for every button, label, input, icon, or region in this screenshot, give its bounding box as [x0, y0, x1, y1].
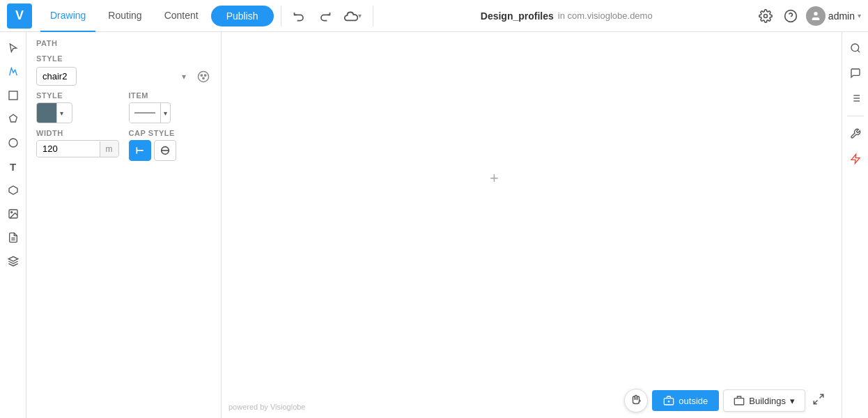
crosshair-cursor: +: [490, 169, 499, 187]
svg-point-14: [205, 75, 206, 76]
cursor-tool-button[interactable]: [3, 38, 24, 59]
circle-icon: [8, 137, 19, 148]
item-inner: [130, 103, 160, 123]
rectangle-tool-button[interactable]: [3, 85, 24, 106]
settings-button[interactable]: [756, 6, 775, 26]
cap-right-icon: [160, 145, 171, 156]
style-sub-label: STYLE: [36, 91, 119, 100]
cloud-button[interactable]: ▾: [339, 7, 366, 25]
undo-button[interactable]: [288, 6, 311, 26]
path-section-header: PATH: [26, 32, 221, 52]
svg-point-6: [9, 139, 17, 147]
svg-point-8: [10, 212, 12, 213]
main-layout: T: [0, 32, 868, 418]
rectangle-icon: [8, 90, 19, 101]
cap-style-left-button[interactable]: [129, 140, 151, 161]
powered-by-text: powered by Visioglobe: [228, 403, 305, 411]
width-block: WIDTH m: [36, 129, 119, 161]
lightning-right-button[interactable]: [845, 148, 866, 169]
item-line: [134, 112, 155, 114]
item-label: ITEM: [129, 91, 212, 100]
width-input-wrap: m: [36, 140, 119, 157]
layers-icon: [8, 256, 19, 267]
document-tool-button[interactable]: [3, 227, 24, 248]
chat-icon: [850, 68, 861, 79]
avatar: [806, 6, 826, 26]
tab-drawing[interactable]: Drawing: [40, 0, 95, 32]
canvas-area[interactable]: + powered by Visioglobe: [222, 32, 842, 418]
svg-marker-11: [8, 256, 17, 261]
wrench-icon: [850, 128, 861, 139]
svg-point-29: [851, 44, 859, 52]
svg-point-15: [203, 77, 204, 79]
left-icon-sidebar: T: [0, 32, 26, 418]
svg-rect-4: [9, 91, 17, 100]
outside-button[interactable]: outside: [652, 390, 719, 411]
wrench-right-button[interactable]: [845, 123, 866, 144]
tab-content[interactable]: Content: [155, 0, 208, 32]
help-button[interactable]: [781, 6, 800, 26]
hand-tool-button[interactable]: [624, 389, 648, 412]
style-select-row: chair2 default wall door ▾: [26, 64, 221, 88]
cap-style-buttons: [129, 140, 212, 161]
style-label: STYLE: [36, 54, 78, 63]
cloud-dropdown-icon: ▾: [358, 12, 362, 20]
user-menu-button[interactable]: admin ▾: [806, 6, 861, 26]
cloud-icon: [343, 10, 358, 22]
buildings-button[interactable]: Buildings ▾: [723, 389, 805, 412]
polygon-icon: [8, 114, 19, 125]
topbar-right: admin ▾: [756, 6, 861, 26]
svg-point-3: [814, 12, 817, 15]
style-select-arrow: ▾: [182, 72, 186, 82]
list-right-button[interactable]: [845, 88, 866, 109]
image-tool-button[interactable]: [3, 203, 24, 224]
svg-marker-5: [9, 114, 17, 122]
hand-icon: [630, 394, 642, 407]
item-dropdown-button[interactable]: ▾: [160, 103, 170, 123]
style-select[interactable]: chair2 default wall door: [36, 67, 77, 86]
path-tool-button[interactable]: [3, 61, 24, 82]
tab-routing[interactable]: Routing: [98, 0, 151, 32]
text-tool-button[interactable]: T: [3, 156, 24, 177]
color-dropdown-button[interactable]: ▾: [56, 103, 66, 123]
svg-rect-23: [735, 398, 744, 405]
width-capstyle-row: WIDTH m CAP STYLE: [26, 126, 221, 164]
circle-tool-button[interactable]: [3, 132, 24, 153]
svg-point-13: [201, 75, 202, 76]
3d-tool-button[interactable]: [3, 180, 24, 201]
item-col: ITEM ▾: [129, 91, 212, 123]
color-swatch-button[interactable]: [37, 103, 56, 123]
polygon-tool-button[interactable]: [3, 109, 24, 130]
lightning-icon: [850, 153, 861, 164]
item-select-wrap: ▾: [129, 102, 171, 123]
user-icon: [810, 10, 821, 22]
outside-label: outside: [679, 396, 708, 406]
palette-button[interactable]: [196, 69, 211, 84]
search-right-button[interactable]: [845, 38, 866, 59]
right-sidebar: [842, 32, 868, 418]
separator: [281, 6, 281, 26]
width-unit: m: [100, 141, 118, 157]
canvas-bottom-controls: outside Buildings ▾: [624, 389, 828, 412]
fullscreen-button[interactable]: [809, 390, 828, 411]
svg-line-28: [814, 401, 817, 404]
buildings-dropdown-icon: ▾: [790, 396, 795, 406]
width-input[interactable]: [37, 141, 100, 157]
text-icon: T: [10, 161, 16, 173]
fullscreen-icon: [812, 393, 825, 405]
right-divider: [847, 116, 864, 116]
palette-icon: [197, 70, 210, 83]
layers-tool-button[interactable]: [3, 251, 24, 272]
app-logo: V: [7, 3, 32, 29]
cursor-icon: [8, 42, 19, 54]
chat-right-button[interactable]: [845, 63, 866, 84]
cap-style-label: CAP STYLE: [129, 129, 212, 137]
svg-point-12: [199, 71, 209, 82]
redo-icon: [318, 9, 332, 23]
cap-left-icon: [134, 145, 146, 156]
publish-button[interactable]: Publish: [211, 6, 274, 26]
undo-icon: [293, 9, 307, 23]
redo-button[interactable]: [313, 6, 336, 26]
cap-style-right-button[interactable]: [154, 140, 176, 161]
help-icon: [784, 9, 798, 23]
